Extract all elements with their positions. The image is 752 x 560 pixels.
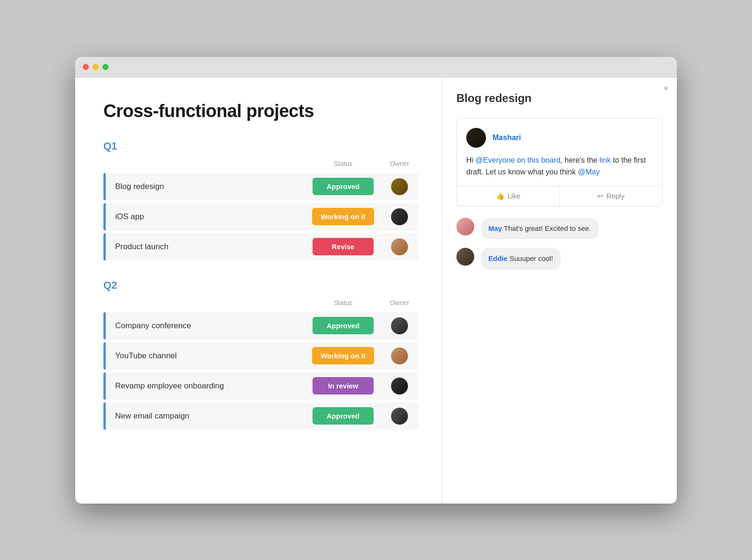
status-badge: Approved (313, 178, 374, 195)
avatar (391, 408, 408, 425)
comment-text: Hi @Everyone on this board, here's the l… (466, 154, 653, 178)
status-badge: Revise (313, 238, 374, 255)
row-status: Working on it (306, 204, 381, 229)
row-owner (381, 374, 418, 398)
row-owner (381, 205, 418, 229)
row-name: New email campaign (106, 404, 306, 428)
left-panel: Cross-functional projects Q1 Status Owne… (75, 78, 442, 504)
row-owner (381, 235, 418, 259)
dot-yellow (93, 64, 99, 70)
commenter-name: Mashari (493, 134, 521, 142)
reply-author: May (488, 224, 502, 232)
row-name: Blog redesign (106, 174, 306, 199)
table-row[interactable]: Company conference Approved (103, 312, 418, 339)
col-owner-header: Owner (381, 160, 418, 167)
table-row[interactable]: YouTube channel Working on it (103, 342, 418, 370)
row-name: Revamp employee onboarding (106, 374, 306, 398)
thumbs-up-icon: 👍 (496, 192, 505, 200)
titlebar (75, 57, 677, 78)
comment-header: Mashari (466, 128, 653, 148)
q1-table-header: Status Owner (103, 160, 418, 171)
window-content: Cross-functional projects Q1 Status Owne… (75, 78, 677, 504)
table-row[interactable]: Blog redesign Approved (103, 173, 418, 200)
row-owner (381, 404, 418, 428)
comment-body: Mashari Hi @Everyone on this board, here… (457, 118, 662, 186)
row-status: Working on it (306, 343, 381, 368)
status-badge: Approved (313, 317, 374, 334)
mention-may[interactable]: @May (578, 168, 599, 176)
section-q2: Q2 Status Owner Company conference Appro… (103, 279, 418, 430)
row-name: Product launch (106, 235, 306, 259)
status-badge: Approved (313, 407, 374, 425)
reply-label: Reply (606, 192, 624, 200)
like-button[interactable]: 👍 Like (457, 186, 560, 206)
reply-icon: ↩ (597, 192, 603, 200)
comment-middle: , here's the (560, 156, 599, 164)
q2-header: Q2 (103, 279, 418, 292)
table-row[interactable]: Revamp employee onboarding In review (103, 372, 418, 400)
mac-window: Cross-functional projects Q1 Status Owne… (75, 57, 677, 504)
status-badge: Working on it (312, 208, 374, 225)
q1-header: Q1 (103, 140, 418, 152)
row-status: Approved (306, 313, 381, 338)
dot-red (83, 64, 89, 70)
comment-actions: 👍 Like ↩ Reply (457, 186, 662, 206)
avatar (391, 238, 408, 255)
close-button[interactable]: × (663, 84, 668, 93)
row-status: In review (306, 373, 381, 398)
comment-card: Mashari Hi @Everyone on this board, here… (456, 118, 663, 206)
comment-link[interactable]: link (599, 156, 611, 164)
reply-author: Eddie (488, 254, 508, 262)
row-status: Revise (306, 234, 381, 259)
row-name: Company conference (106, 314, 306, 338)
comment-prefix: Hi (466, 156, 476, 164)
row-owner (381, 314, 418, 338)
table-row[interactable]: iOS app Working on it (103, 203, 418, 230)
table-row[interactable]: New email campaign Approved (103, 402, 418, 430)
reply-text: That's great! Excited to see. (504, 224, 591, 232)
panel-title: Blog redesign (456, 92, 663, 105)
section-q1: Q1 Status Owner Blog redesign Approved (103, 140, 418, 260)
avatar (391, 378, 408, 394)
reply-avatar (456, 248, 474, 266)
table-row[interactable]: Product launch Revise (103, 233, 418, 260)
reply-avatar (456, 218, 474, 236)
reply-bubble: Eddie Suuuper cool! (481, 248, 561, 270)
status-badge: In review (313, 377, 374, 394)
q2-table-header: Status Owner (103, 299, 418, 310)
row-status: Approved (306, 174, 381, 199)
row-name: YouTube channel (106, 344, 306, 368)
col-name-header (103, 160, 306, 167)
row-status: Approved (306, 403, 381, 428)
reply-item: Eddie Suuuper cool! (456, 248, 663, 270)
q1-title: Q1 (103, 140, 117, 152)
dot-green (102, 64, 109, 70)
reply-button[interactable]: ↩ Reply (560, 186, 662, 206)
mention-everyone[interactable]: @Everyone on this board (476, 156, 561, 164)
row-name: iOS app (106, 205, 306, 229)
reply-item: May That's great! Excited to see. (456, 218, 663, 240)
commenter-avatar (466, 128, 486, 148)
reply-bubble: May That's great! Excited to see. (481, 218, 599, 240)
right-panel: × Blog redesign Mashari Hi @Everyone on … (442, 78, 677, 504)
row-owner (381, 344, 418, 368)
avatar (391, 317, 408, 334)
col-status-header: Status (306, 160, 381, 167)
like-label: Like (508, 192, 521, 200)
avatar (391, 178, 408, 195)
q2-title: Q2 (103, 279, 117, 292)
avatar (391, 208, 408, 225)
avatar (391, 347, 408, 364)
page-title: Cross-functional projects (103, 101, 418, 121)
status-badge: Working on it (312, 347, 374, 364)
row-owner (381, 174, 418, 199)
col-owner-header: Owner (381, 299, 418, 307)
col-status-header: Status (306, 299, 381, 307)
col-name-header (103, 299, 306, 307)
reply-text: Suuuper cool! (509, 254, 553, 262)
